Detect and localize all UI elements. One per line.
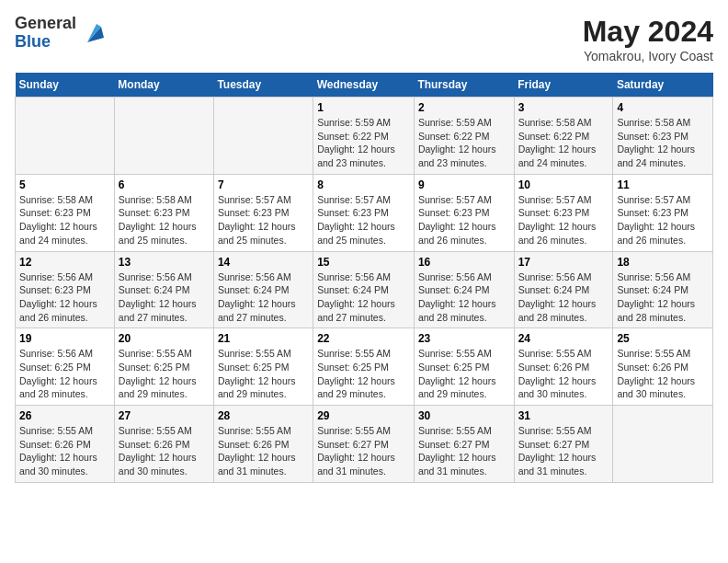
day-number: 23 <box>418 332 510 345</box>
day-number: 3 <box>518 101 609 114</box>
calendar-cell: 2Sunrise: 5:59 AM Sunset: 6:22 PM Daylig… <box>414 98 514 175</box>
day-number: 24 <box>518 332 609 345</box>
calendar-cell <box>16 98 115 175</box>
calendar-table: SundayMondayTuesdayWednesdayThursdayFrid… <box>15 73 713 483</box>
calendar-cell: 27Sunrise: 5:55 AM Sunset: 6:26 PM Dayli… <box>114 406 213 483</box>
day-info: Sunrise: 5:56 AM Sunset: 6:24 PM Dayligh… <box>218 270 309 325</box>
day-number: 27 <box>119 409 210 422</box>
day-info: Sunrise: 5:56 AM Sunset: 6:24 PM Dayligh… <box>617 270 709 325</box>
day-number: 17 <box>518 256 609 269</box>
calendar-day-header: Monday <box>114 73 213 98</box>
day-info: Sunrise: 5:55 AM Sunset: 6:27 PM Dayligh… <box>518 424 609 478</box>
day-info: Sunrise: 5:57 AM Sunset: 6:23 PM Dayligh… <box>317 193 410 247</box>
calendar-day-header: Friday <box>514 73 613 98</box>
calendar-cell: 25Sunrise: 5:55 AM Sunset: 6:26 PM Dayli… <box>613 328 713 406</box>
calendar-cell: 13Sunrise: 5:56 AM Sunset: 6:24 PM Dayli… <box>114 251 213 328</box>
calendar-cell: 20Sunrise: 5:55 AM Sunset: 6:25 PM Dayli… <box>114 328 213 406</box>
logo-text: General Blue <box>15 15 76 52</box>
day-info: Sunrise: 5:58 AM Sunset: 6:22 PM Dayligh… <box>518 116 609 170</box>
calendar-cell: 24Sunrise: 5:55 AM Sunset: 6:26 PM Dayli… <box>514 328 613 406</box>
page-header: General Blue May 2024 Yomakrou, Ivory Co… <box>15 15 713 63</box>
calendar-week-row: 5Sunrise: 5:58 AM Sunset: 6:23 PM Daylig… <box>16 174 713 251</box>
calendar-week-row: 19Sunrise: 5:56 AM Sunset: 6:25 PM Dayli… <box>16 328 713 406</box>
calendar-cell: 10Sunrise: 5:57 AM Sunset: 6:23 PM Dayli… <box>514 174 613 251</box>
day-info: Sunrise: 5:58 AM Sunset: 6:23 PM Dayligh… <box>19 193 110 247</box>
logo-icon <box>78 19 106 47</box>
calendar-cell: 3Sunrise: 5:58 AM Sunset: 6:22 PM Daylig… <box>514 98 613 175</box>
day-info: Sunrise: 5:55 AM Sunset: 6:25 PM Dayligh… <box>317 347 410 401</box>
day-info: Sunrise: 5:56 AM Sunset: 6:25 PM Dayligh… <box>19 347 110 401</box>
logo: General Blue <box>15 15 106 52</box>
calendar-cell: 22Sunrise: 5:55 AM Sunset: 6:25 PM Dayli… <box>313 328 415 406</box>
calendar-cell: 5Sunrise: 5:58 AM Sunset: 6:23 PM Daylig… <box>16 174 115 251</box>
calendar-cell: 21Sunrise: 5:55 AM Sunset: 6:25 PM Dayli… <box>213 328 313 406</box>
day-number: 15 <box>317 256 410 269</box>
title-block: May 2024 Yomakrou, Ivory Coast <box>583 15 713 63</box>
calendar-cell: 15Sunrise: 5:56 AM Sunset: 6:24 PM Dayli… <box>313 251 415 328</box>
day-number: 30 <box>418 409 510 422</box>
calendar-cell: 6Sunrise: 5:58 AM Sunset: 6:23 PM Daylig… <box>114 174 213 251</box>
calendar-week-row: 26Sunrise: 5:55 AM Sunset: 6:26 PM Dayli… <box>16 406 713 483</box>
day-number: 13 <box>119 256 210 269</box>
calendar-day-header: Tuesday <box>213 73 313 98</box>
calendar-cell <box>114 98 213 175</box>
calendar-cell: 8Sunrise: 5:57 AM Sunset: 6:23 PM Daylig… <box>313 174 415 251</box>
calendar-cell: 11Sunrise: 5:57 AM Sunset: 6:23 PM Dayli… <box>613 174 713 251</box>
day-info: Sunrise: 5:56 AM Sunset: 6:24 PM Dayligh… <box>317 270 410 325</box>
day-info: Sunrise: 5:56 AM Sunset: 6:24 PM Dayligh… <box>518 270 609 325</box>
calendar-cell: 28Sunrise: 5:55 AM Sunset: 6:26 PM Dayli… <box>213 406 313 483</box>
day-info: Sunrise: 5:55 AM Sunset: 6:26 PM Dayligh… <box>119 424 210 478</box>
calendar-cell <box>213 98 313 175</box>
calendar-cell: 1Sunrise: 5:59 AM Sunset: 6:22 PM Daylig… <box>313 98 415 175</box>
day-info: Sunrise: 5:56 AM Sunset: 6:24 PM Dayligh… <box>418 270 510 325</box>
day-info: Sunrise: 5:55 AM Sunset: 6:25 PM Dayligh… <box>418 347 510 401</box>
calendar-day-header: Wednesday <box>313 73 415 98</box>
calendar-cell: 18Sunrise: 5:56 AM Sunset: 6:24 PM Dayli… <box>613 251 713 328</box>
calendar-cell: 4Sunrise: 5:58 AM Sunset: 6:23 PM Daylig… <box>613 98 713 175</box>
day-info: Sunrise: 5:55 AM Sunset: 6:26 PM Dayligh… <box>518 347 609 401</box>
day-info: Sunrise: 5:57 AM Sunset: 6:23 PM Dayligh… <box>518 193 609 247</box>
day-number: 11 <box>617 178 709 191</box>
day-number: 28 <box>218 409 309 422</box>
day-number: 18 <box>617 256 709 269</box>
day-number: 1 <box>317 101 410 114</box>
calendar-cell <box>613 406 713 483</box>
day-number: 8 <box>317 178 410 191</box>
day-info: Sunrise: 5:59 AM Sunset: 6:22 PM Dayligh… <box>317 116 410 170</box>
calendar-day-header: Thursday <box>414 73 514 98</box>
calendar-cell: 14Sunrise: 5:56 AM Sunset: 6:24 PM Dayli… <box>213 251 313 328</box>
day-number: 9 <box>418 178 510 191</box>
calendar-week-row: 1Sunrise: 5:59 AM Sunset: 6:22 PM Daylig… <box>16 98 713 175</box>
day-info: Sunrise: 5:55 AM Sunset: 6:26 PM Dayligh… <box>218 424 309 478</box>
day-info: Sunrise: 5:55 AM Sunset: 6:27 PM Dayligh… <box>418 424 510 478</box>
calendar-cell: 16Sunrise: 5:56 AM Sunset: 6:24 PM Dayli… <box>414 251 514 328</box>
day-number: 16 <box>418 256 510 269</box>
calendar-cell: 17Sunrise: 5:56 AM Sunset: 6:24 PM Dayli… <box>514 251 613 328</box>
day-number: 14 <box>218 256 309 269</box>
day-info: Sunrise: 5:56 AM Sunset: 6:24 PM Dayligh… <box>119 270 210 325</box>
day-info: Sunrise: 5:58 AM Sunset: 6:23 PM Dayligh… <box>119 193 210 247</box>
day-info: Sunrise: 5:56 AM Sunset: 6:23 PM Dayligh… <box>19 270 110 325</box>
calendar-cell: 31Sunrise: 5:55 AM Sunset: 6:27 PM Dayli… <box>514 406 613 483</box>
day-info: Sunrise: 5:59 AM Sunset: 6:22 PM Dayligh… <box>418 116 510 170</box>
day-number: 12 <box>19 256 110 269</box>
day-number: 21 <box>218 332 309 345</box>
day-info: Sunrise: 5:57 AM Sunset: 6:23 PM Dayligh… <box>418 193 510 247</box>
main-title: May 2024 <box>583 15 713 49</box>
day-number: 26 <box>19 409 110 422</box>
day-number: 19 <box>19 332 110 345</box>
day-number: 22 <box>317 332 410 345</box>
calendar-cell: 23Sunrise: 5:55 AM Sunset: 6:25 PM Dayli… <box>414 328 514 406</box>
calendar-cell: 30Sunrise: 5:55 AM Sunset: 6:27 PM Dayli… <box>414 406 514 483</box>
day-number: 25 <box>617 332 709 345</box>
calendar-day-header: Saturday <box>613 73 713 98</box>
day-number: 31 <box>518 409 609 422</box>
calendar-cell: 9Sunrise: 5:57 AM Sunset: 6:23 PM Daylig… <box>414 174 514 251</box>
calendar-cell: 26Sunrise: 5:55 AM Sunset: 6:26 PM Dayli… <box>16 406 115 483</box>
logo-general: General <box>15 15 76 33</box>
subtitle: Yomakrou, Ivory Coast <box>583 49 713 63</box>
day-number: 4 <box>617 101 709 114</box>
calendar-week-row: 12Sunrise: 5:56 AM Sunset: 6:23 PM Dayli… <box>16 251 713 328</box>
calendar-day-header: Sunday <box>16 73 115 98</box>
day-number: 7 <box>218 178 309 191</box>
